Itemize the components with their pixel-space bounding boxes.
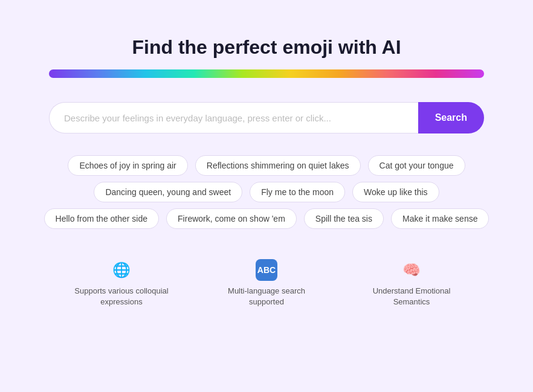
suggestion-chip[interactable]: Hello from the other side — [44, 208, 160, 229]
feature-item-2: 🧠Understand Emotional Semantics — [357, 259, 466, 307]
page-wrapper: Find the perfect emoji with AI Search Ec… — [0, 0, 533, 392]
page-title: Find the perfect emoji with AI — [132, 36, 401, 59]
suggestion-chip[interactable]: Echoes of joy in spring air — [68, 155, 187, 176]
search-button[interactable]: Search — [418, 102, 484, 133]
suggestion-chip[interactable]: Reflections shimmering on quiet lakes — [195, 155, 361, 176]
feature-label: Understand Emotional Semantics — [357, 286, 466, 307]
features-container: 🌐Supports various colloquial expressions… — [37, 259, 496, 307]
suggestion-chip[interactable]: Firework, come on show 'em — [166, 208, 297, 229]
suggestion-chip[interactable]: Make it make sense — [391, 208, 489, 229]
suggestion-chip[interactable]: Fly me to the moon — [250, 182, 345, 202]
feature-item-1: ABCMulti-language search supported — [212, 259, 321, 307]
globe-icon: 🌐 — [111, 259, 132, 281]
search-container: Search — [49, 102, 484, 133]
suggestion-chip[interactable]: Spill the tea sis — [304, 208, 384, 229]
search-input[interactable] — [49, 102, 418, 133]
abc-icon: ABC — [256, 259, 277, 281]
feature-label: Multi-language search supported — [212, 286, 321, 307]
brain-icon: 🧠 — [401, 259, 422, 281]
rainbow-bar — [49, 69, 484, 78]
suggestion-chip[interactable]: Cat got your tongue — [368, 155, 465, 176]
suggestion-chip[interactable]: Dancing queen, young and sweet — [94, 182, 242, 202]
feature-label: Supports various colloquial expressions — [67, 286, 176, 307]
feature-item-0: 🌐Supports various colloquial expressions — [67, 259, 176, 307]
suggestion-chip[interactable]: Woke up like this — [352, 182, 439, 202]
suggestions-container: Echoes of joy in spring airReflections s… — [37, 155, 496, 229]
